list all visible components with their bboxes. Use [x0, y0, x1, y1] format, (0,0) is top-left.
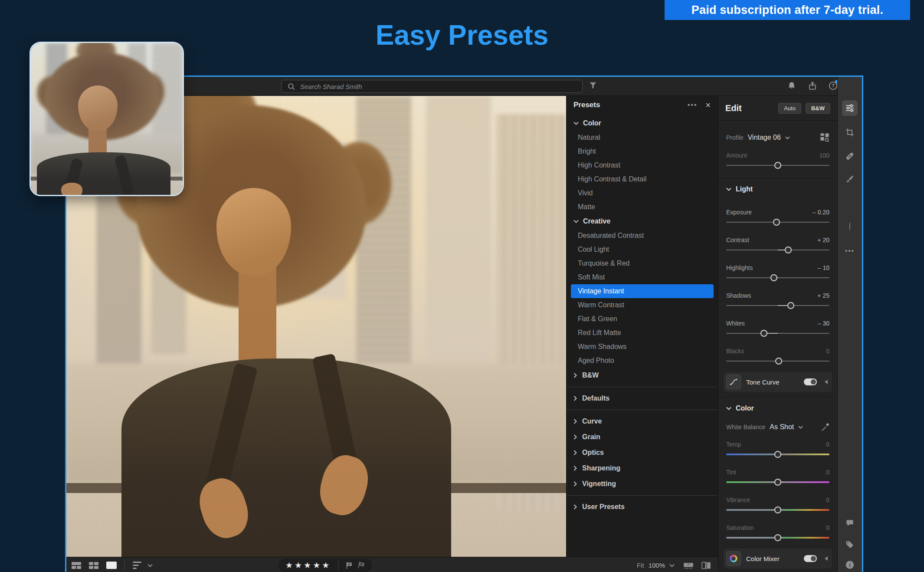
profile-value[interactable]: Vintage 06 [748, 134, 781, 141]
saturation-slider[interactable]: Saturation0 [726, 524, 829, 542]
blacks-slider[interactable]: Blacks0 [726, 348, 829, 366]
section-bw[interactable]: B&W [567, 368, 718, 383]
before-after-icon[interactable] [701, 562, 711, 569]
preset-item[interactable]: Turquoise & Red [571, 256, 714, 270]
slider-knob[interactable] [775, 358, 782, 365]
star-icon[interactable]: ★ [313, 561, 322, 570]
preset-item[interactable]: Bright [571, 145, 714, 158]
slider-knob[interactable] [785, 247, 792, 253]
more-options-icon[interactable]: ••• [688, 101, 698, 109]
filmstrip-icon[interactable] [683, 562, 694, 569]
preset-item[interactable]: Matte [571, 200, 714, 214]
preset-item[interactable]: Aged Photo [571, 354, 714, 368]
contrast-slider[interactable]: Contrast+ 20 [726, 237, 829, 255]
zoom-level[interactable]: 100% [649, 562, 665, 569]
preset-item[interactable]: High Contrast & Detail [571, 172, 714, 186]
healing-icon[interactable] [845, 151, 855, 161]
section-grain[interactable]: Grain [567, 429, 718, 445]
search-box[interactable] [281, 80, 583, 93]
sort-icon[interactable] [133, 562, 141, 569]
info-icon[interactable]: i [845, 560, 855, 569]
preset-item[interactable]: Warm Shadows [571, 340, 714, 354]
share-icon[interactable] [808, 81, 817, 91]
slider-knob[interactable] [787, 302, 794, 309]
preset-item[interactable]: Flat & Green [571, 312, 714, 326]
slider-knob[interactable] [774, 534, 781, 541]
preset-item[interactable]: Red Lift Matte [571, 326, 714, 340]
bw-button[interactable]: B&W [806, 103, 830, 114]
section-defaults[interactable]: Defaults [567, 391, 718, 406]
shadows-slider[interactable]: Shadows+ 25 [726, 292, 829, 310]
amount-slider[interactable]: Amount 100 [726, 152, 829, 170]
slider-knob[interactable] [774, 479, 781, 486]
chevron-down-icon[interactable] [785, 136, 790, 139]
preset-item[interactable]: Warm Contrast [571, 298, 714, 312]
edit-sliders-icon[interactable] [842, 100, 858, 116]
slider-knob[interactable] [773, 219, 780, 226]
single-view-icon[interactable] [106, 562, 117, 569]
grid-view-icon[interactable] [89, 562, 98, 569]
tag-icon[interactable] [845, 540, 854, 549]
bell-icon[interactable] [787, 81, 796, 91]
light-section-header[interactable]: Light [718, 179, 837, 199]
slider-knob[interactable] [770, 274, 777, 281]
chevron-down-icon[interactable] [147, 564, 153, 567]
slider-knob[interactable] [774, 162, 781, 169]
section-sharpening[interactable]: Sharpening [567, 460, 718, 476]
pick-flag-icon[interactable] [345, 562, 353, 569]
section-user-presets[interactable]: User Presets [567, 499, 718, 515]
reject-flag-icon[interactable] [357, 562, 365, 569]
collapse-arrow-icon[interactable] [825, 556, 828, 561]
white-balance-value[interactable]: As Shot [770, 423, 794, 431]
mosaic-view-icon[interactable] [72, 562, 81, 569]
highlights-slider[interactable]: Highlights– 10 [726, 264, 829, 283]
color-section-header[interactable]: Color [718, 398, 837, 418]
color-mixer-icon[interactable] [726, 551, 741, 566]
preset-item[interactable]: High Contrast [571, 158, 714, 172]
star-icon[interactable]: ★ [322, 561, 331, 570]
star-icon[interactable]: ★ [285, 561, 295, 570]
section-optics[interactable]: Optics [567, 445, 718, 460]
tone-curve-toggle[interactable] [804, 378, 817, 385]
temp-slider[interactable]: Temp0 [726, 441, 829, 459]
section-vignetting[interactable]: Vignetting [567, 476, 718, 492]
preset-item[interactable]: Cool Light [571, 243, 714, 256]
crop-icon[interactable] [845, 128, 854, 137]
slider-knob[interactable] [774, 451, 781, 458]
tint-slider[interactable]: Tint0 [726, 469, 829, 487]
exposure-slider[interactable]: Exposure– 0.20 [726, 209, 829, 227]
preset-item[interactable]: Soft Mist [571, 270, 714, 284]
search-input[interactable] [300, 83, 576, 90]
radial-gradient-icon[interactable] [849, 223, 850, 230]
vibrance-slider[interactable]: Vibrance0 [726, 496, 829, 515]
preset-item[interactable]: Desaturated Contrast [571, 229, 714, 243]
section-curve[interactable]: Curve [567, 414, 718, 429]
more-dots-icon[interactable]: ••• [845, 247, 855, 254]
help-icon[interactable]: ? [829, 81, 838, 90]
browse-profiles-icon[interactable] [820, 133, 829, 142]
preset-item[interactable]: Natural [571, 131, 714, 145]
slider-knob[interactable] [760, 330, 767, 337]
tone-curve-icon[interactable] [726, 375, 741, 389]
color-mixer-row[interactable]: Color Mixer [724, 549, 832, 569]
fit-label[interactable]: Fit [637, 562, 644, 569]
chevron-down-icon[interactable] [669, 564, 675, 567]
tone-curve-row[interactable]: Tone Curve [724, 372, 832, 392]
chevron-down-icon[interactable] [798, 426, 803, 429]
section-color[interactable]: Color [567, 116, 718, 131]
eyedropper-icon[interactable] [821, 423, 829, 431]
whites-slider[interactable]: Whites– 30 [726, 320, 829, 338]
star-icon[interactable]: ★ [304, 561, 313, 570]
preset-item-selected[interactable]: Vintage Instant [571, 284, 714, 298]
close-icon[interactable]: ✕ [705, 101, 711, 109]
collapse-arrow-icon[interactable] [825, 380, 828, 384]
slider-knob[interactable] [774, 506, 781, 513]
color-mixer-toggle[interactable] [804, 555, 817, 562]
section-creative[interactable]: Creative [567, 214, 718, 229]
filter-icon[interactable] [589, 82, 597, 89]
auto-button[interactable]: Auto [778, 103, 801, 114]
preset-item[interactable]: Vivid [571, 186, 714, 200]
brush-icon[interactable] [845, 175, 854, 184]
chat-icon[interactable] [845, 519, 854, 527]
star-icon[interactable]: ★ [295, 561, 304, 570]
